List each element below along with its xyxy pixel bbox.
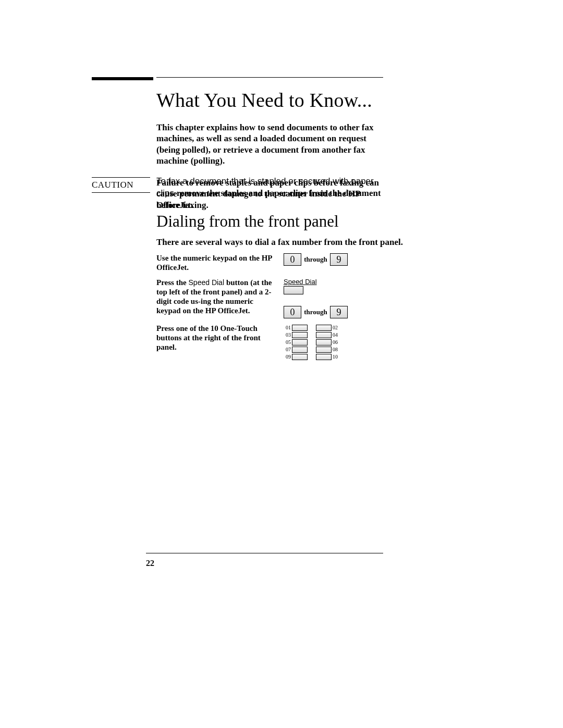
caution-label-column: CAUTION — [92, 177, 156, 211]
page-number: 22 — [146, 559, 154, 568]
one-touch-row: 09 10 — [284, 354, 383, 360]
page-title: What You Need to Know... — [156, 89, 383, 112]
through-label: through — [304, 308, 327, 316]
row2-left-speeddial: Speed Dial — [187, 278, 226, 287]
one-touch-num: 08 — [333, 347, 340, 352]
row2-left-a: Press the — [156, 278, 187, 287]
table-row: Press the Speed Dial button (at the top … — [156, 278, 383, 318]
one-touch-num: 01 — [284, 325, 291, 330]
one-touch-num: 09 — [284, 354, 291, 360]
key-9-icon: 9 — [330, 306, 348, 318]
one-touch-button-icon — [316, 332, 332, 338]
one-touch-num: 10 — [333, 354, 340, 360]
row2-keypad: 0 through 9 — [284, 306, 383, 318]
bottom-rule — [146, 553, 383, 553]
through-label: through — [304, 255, 327, 264]
one-touch-row: 05 06 — [284, 339, 383, 346]
row1-left: Use the numeric keypad on the HP OfficeJ… — [156, 253, 284, 273]
intro-paragraph: This chapter explains how to send docume… — [156, 122, 383, 166]
section-heading: Dialing from the front panel — [156, 212, 339, 231]
speed-dial-button-icon — [284, 286, 303, 294]
one-touch-row: 03 04 — [284, 332, 383, 338]
dial-intro: There are several ways to dial a fax num… — [156, 237, 403, 248]
row3-right: 01 02 03 04 05 — [284, 324, 383, 361]
one-touch-button-icon — [316, 354, 332, 360]
one-touch-num: 07 — [284, 347, 291, 352]
row3-left: Press one of the 10 One-Touch buttons at… — [156, 324, 284, 361]
one-touch-button-icon — [316, 325, 332, 331]
one-touch-num: 06 — [333, 339, 340, 345]
one-touch-num: 02 — [333, 325, 340, 330]
key-0-icon: 0 — [284, 253, 301, 266]
one-touch-button-icon — [292, 354, 308, 360]
row2-right: Speed Dial 0 through 9 — [284, 278, 383, 318]
one-touch-button-icon — [292, 332, 308, 338]
one-touch-button-icon — [292, 347, 308, 353]
row2-left: Press the Speed Dial button (at the top … — [156, 278, 284, 318]
key-0-icon: 0 — [284, 306, 301, 318]
one-touch-button-icon — [316, 347, 332, 353]
speed-dial-caption: Speed Dial — [284, 278, 383, 286]
header-marker — [92, 77, 153, 80]
one-touch-num: 04 — [333, 332, 340, 338]
one-touch-button-icon — [292, 339, 308, 346]
caution-label: CAUTION — [92, 177, 150, 193]
one-touch-button-icon — [292, 325, 308, 331]
one-touch-row: 01 02 — [284, 325, 383, 331]
instruction-table: Use the numeric keypad on the HP OfficeJ… — [156, 253, 383, 363]
one-touch-grid: 01 02 03 04 05 — [284, 325, 383, 360]
table-row: Use the numeric keypad on the HP OfficeJ… — [156, 253, 383, 273]
one-touch-row: 07 08 — [284, 347, 383, 353]
one-touch-num: 03 — [284, 332, 291, 338]
document-page: What You Need to Know... This chapter ex… — [0, 0, 563, 728]
one-touch-num: 05 — [284, 339, 291, 345]
key-9-icon: 9 — [330, 253, 348, 266]
caution-block: CAUTION Failure to remove staples and pa… — [92, 177, 383, 211]
caution-text: Failure to remove staples and paper clip… — [156, 177, 383, 211]
table-row: Press one of the 10 One-Touch buttons at… — [156, 324, 383, 361]
one-touch-button-icon — [316, 339, 332, 346]
top-rule — [156, 77, 383, 78]
row1-right: 0 through 9 — [284, 253, 383, 273]
